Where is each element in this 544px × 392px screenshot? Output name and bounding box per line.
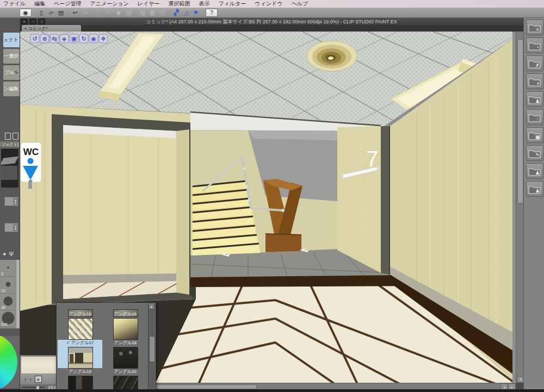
folder-icon: ♟ <box>528 184 541 195</box>
undo-icon[interactable]: ↩ <box>71 9 79 16</box>
menu-window[interactable]: ウィンドウ <box>255 0 282 8</box>
menu-bar: ファイル 編集 ページ管理 アニメーション レイヤー 選択範囲 表示 フィルター… <box>0 0 544 8</box>
svg-text:♟: ♟ <box>535 98 540 104</box>
subtool-item-layer-select[interactable]: 一選択 <box>3 49 20 64</box>
brush-size-scrollbar[interactable] <box>16 260 20 328</box>
subtool-item-line-edit[interactable]: ン編集 <box>3 82 20 96</box>
next-page-button[interactable]: › <box>29 376 31 382</box>
clear-outside-icon[interactable]: ▦ <box>148 9 157 16</box>
subtool-item-label: ブル <box>4 69 14 76</box>
snap-special-ruler-icon[interactable]: ◿ <box>182 9 190 16</box>
page-list-icon[interactable]: ▤ <box>35 376 42 383</box>
left-palette-dock: ェクト 一選択 ブル ✎ ン編集 ジェクト] ▲▼ ▲▼ ✦Ψ 3 10 30 … <box>0 17 20 392</box>
object-rotate-y-icon[interactable]: ↻ <box>79 34 88 43</box>
subtool-item-object[interactable]: ェクト <box>3 33 20 47</box>
brush-size-100[interactable]: 100 <box>0 310 16 327</box>
snap-ruler-icon[interactable]: ▞ <box>172 9 181 16</box>
save-file-icon[interactable]: ▤ <box>57 9 65 16</box>
material-all-button[interactable]: ≡ <box>526 20 543 35</box>
angle-thumbnail[interactable] <box>68 318 93 340</box>
snap-grid-icon[interactable]: ⚑ <box>191 9 200 16</box>
vertical-scrollbar-thumb[interactable] <box>517 39 523 203</box>
clear-icon[interactable]: ▨ <box>138 9 147 16</box>
angle-label: ✓ アングル17 <box>58 340 102 346</box>
open-file-icon[interactable]: ▱ <box>47 9 55 16</box>
angle-item-partial[interactable] <box>58 302 102 309</box>
material-pose-button[interactable]: ♟ <box>526 91 543 107</box>
help-button[interactable]: ? <box>206 9 218 17</box>
menu-filter[interactable]: フィルター <box>219 0 246 8</box>
prev-page-button[interactable]: ‹ <box>24 376 26 382</box>
brush-size-3[interactable]: 3 <box>0 260 16 277</box>
material-manga-button[interactable]: ◑ <box>526 73 543 89</box>
camera-rotate-icon[interactable]: ↺ <box>30 34 39 43</box>
zoom-slider[interactable] <box>22 387 45 388</box>
tab-comic[interactable]: ● コミック* <box>22 25 81 32</box>
object-rotate-cam-icon[interactable]: ◉ <box>89 34 98 43</box>
material-effect-button[interactable]: ∴ <box>526 109 543 125</box>
angle-item-16[interactable]: アングル16 <box>103 311 147 339</box>
material-3d-character-button[interactable]: ♟ <box>526 181 543 197</box>
brush-size-10[interactable]: 10 <box>0 277 16 294</box>
stepper-down-icon[interactable]: ▼ <box>14 228 17 231</box>
menu-selection[interactable]: 選択範囲 <box>169 0 190 8</box>
brush-size-30[interactable]: 30 <box>0 294 16 310</box>
brush-size-label: 10 <box>1 289 5 293</box>
angle-item-20[interactable]: アングル20 <box>103 369 147 392</box>
sparkle-wand-icon[interactable]: ✦Ψ <box>2 251 16 257</box>
material-image-button[interactable]: ▣ <box>526 127 543 143</box>
angle-item-18[interactable]: アングル18 <box>103 340 147 368</box>
svg-text:◔: ◔ <box>536 45 539 50</box>
color-wheel[interactable] <box>0 336 17 388</box>
material-color-pattern-button[interactable]: ◔ <box>526 38 543 53</box>
menu-page-manage[interactable]: ページ管理 <box>54 0 81 8</box>
menu-file[interactable]: ファイル <box>3 0 26 8</box>
clip-studio-button[interactable]: ◉ <box>20 9 32 17</box>
object-move-plane-icon[interactable]: ◈ <box>60 34 69 43</box>
material-3d-body-button[interactable]: ♟ <box>526 163 543 179</box>
camera-zoom-icon[interactable]: ⇆ <box>50 34 59 43</box>
subtool-item-table[interactable]: ブル ✎ <box>3 65 20 80</box>
object-move-3d-icon[interactable]: ▣ <box>70 34 78 43</box>
brush-size-label: 100 <box>1 322 8 326</box>
border-effect-icon[interactable]: ◫ <box>158 9 166 16</box>
angle-thumbnail[interactable] <box>113 347 138 369</box>
deselect-icon[interactable]: ∴ <box>95 9 103 16</box>
scroll-up-icon[interactable]: ▲ <box>149 304 154 309</box>
camera-pan-icon[interactable]: ⊕ <box>40 34 49 43</box>
redo-icon[interactable]: ↪ <box>81 9 89 16</box>
vertical-scrollbar[interactable]: ▼ <box>516 32 524 383</box>
angle-thumbnail[interactable] <box>113 318 138 340</box>
transform-icon[interactable]: ▧ <box>124 9 133 16</box>
trash-icon[interactable] <box>13 133 18 140</box>
new-page-icon[interactable] <box>5 133 11 140</box>
fill-icon[interactable]: ◆ <box>114 9 123 16</box>
angle-panel-scrollbar[interactable]: ▲ <box>148 303 155 392</box>
angle-label: アングル19 <box>58 369 102 375</box>
material-edit-button[interactable]: ✎ <box>526 145 543 161</box>
material-monochrome-pattern-button[interactable]: ✗ <box>526 55 543 71</box>
angle-item-partial[interactable] <box>103 302 147 309</box>
angle-thumbnail[interactable] <box>68 347 93 369</box>
menu-animation[interactable]: アニメーション <box>90 0 128 8</box>
menu-view[interactable]: 表示 <box>199 0 210 8</box>
left-doorway <box>52 114 196 304</box>
stepper-down-icon[interactable]: ▼ <box>14 202 17 204</box>
ceiling-vent-light <box>307 41 357 71</box>
move-layer-icon[interactable]: + <box>104 9 113 16</box>
angle-preset-panel: アングル15 アングル16 ✓ アングル17 アングル18 アングル19 アング… <box>56 302 156 392</box>
menu-edit[interactable]: 編集 <box>34 0 45 8</box>
object-reset-icon[interactable]: ❖ <box>99 34 108 43</box>
svg-text:↻: ↻ <box>81 35 86 42</box>
property-stepper-2[interactable]: ▲▼ <box>4 223 18 232</box>
angle-item-19[interactable]: アングル19 <box>58 369 102 392</box>
angle-item-17-selected[interactable]: ✓ アングル17 <box>58 340 102 368</box>
angle-item-15[interactable]: アングル15 <box>58 311 102 339</box>
menu-layer[interactable]: レイヤー <box>138 0 160 8</box>
new-file-icon[interactable]: ▯ <box>37 9 46 16</box>
angle-scrollbar-thumb[interactable] <box>149 336 155 362</box>
property-stepper-1[interactable]: ▲▼ <box>4 197 18 206</box>
folder-icon: ✗ <box>528 58 541 69</box>
menu-help[interactable]: ヘルプ <box>292 0 308 8</box>
tool-property-3d-preview <box>1 149 18 188</box>
